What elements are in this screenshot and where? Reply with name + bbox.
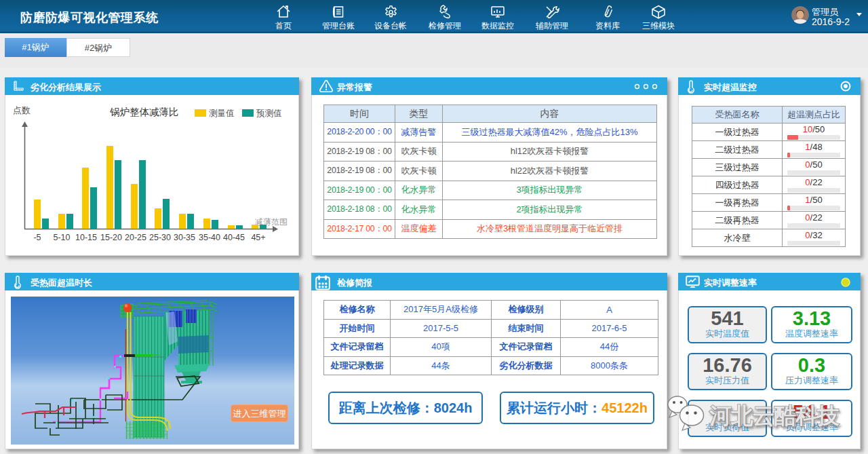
svg-text:点数: 点数 <box>13 105 31 115</box>
svg-text:45+: 45+ <box>251 233 265 242</box>
svg-text:锅炉整体减薄比: 锅炉整体减薄比 <box>110 107 179 117</box>
svg-text:30-35: 30-35 <box>174 233 195 242</box>
svg-text:-5: -5 <box>33 233 41 242</box>
svg-text:5-10: 5-10 <box>53 233 70 242</box>
svg-text:预测值: 预测值 <box>256 109 282 118</box>
svg-text:测量值: 测量值 <box>209 109 235 118</box>
svg-text:20-25: 20-25 <box>125 233 146 242</box>
svg-text:25-30: 25-30 <box>149 233 171 242</box>
svg-text:40-45: 40-45 <box>223 233 245 242</box>
svg-text:15-20: 15-20 <box>100 233 122 242</box>
svg-text:35-40: 35-40 <box>199 233 220 242</box>
svg-text:10-15: 10-15 <box>75 233 97 242</box>
